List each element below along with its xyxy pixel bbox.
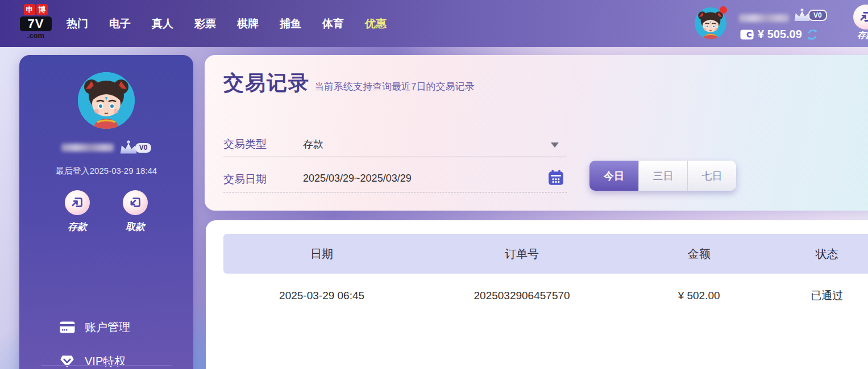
- column-header-order: 订单号: [420, 246, 624, 262]
- nav-item-chess[interactable]: 棋牌: [237, 16, 259, 31]
- transaction-table-card: 日期 订单号 金额 状态 2025-03-29 06:45 2025032906…: [206, 220, 868, 369]
- range-7days-button[interactable]: 七日: [687, 161, 736, 191]
- deposit-button[interactable]: 存款: [59, 190, 96, 233]
- sidebar-item-vip[interactable]: VIP特权: [60, 350, 130, 369]
- logo-badge-left: 申: [24, 4, 35, 15]
- nav-item-live[interactable]: 真人: [152, 16, 173, 31]
- deposit-arrow-icon: [70, 195, 85, 210]
- bank-card-icon: [60, 320, 76, 334]
- deposit-arrow-icon: [858, 10, 868, 24]
- vip-level[interactable]: V0: [792, 9, 827, 22]
- transaction-filter-card: 交易记录 当前系统支持查询最近7日的交易记录 交易类型 存款 交易日期 2025…: [205, 55, 868, 211]
- vip-badge: V0: [135, 143, 152, 153]
- cell-order-number: 2025032906457570: [420, 290, 624, 302]
- deposit-label: 存款: [59, 220, 96, 233]
- avatar-illustration: [78, 72, 135, 129]
- main-nav: 热门 电子 真人 彩票 棋牌 捕鱼 体育 优惠: [67, 0, 387, 47]
- sidebar-avatar[interactable]: [78, 72, 135, 129]
- refresh-balance-icon[interactable]: [806, 28, 819, 41]
- table-row: 2025-03-29 06:45 2025032906457570 ¥ 502.…: [223, 274, 868, 318]
- logo-main: 7V: [20, 16, 52, 31]
- username-blurred: [61, 144, 114, 152]
- range-3days-button[interactable]: 三日: [638, 161, 687, 191]
- cell-amount: ¥ 502.00: [624, 290, 774, 302]
- table-header-row: 日期 订单号 金额 状态: [223, 234, 868, 274]
- page: 申 博 7V .com 热门 电子 真人 彩票 棋牌 捕鱼 体育 优惠: [0, 0, 868, 369]
- vip-badge: V0: [808, 10, 827, 21]
- quick-deposit-label: 存款: [846, 30, 868, 41]
- filter-type-select[interactable]: 存款: [303, 137, 323, 151]
- withdraw-label: 取款: [117, 220, 154, 233]
- page-subtitle: 当前系统支持查询最近7日的交易记录: [314, 80, 474, 93]
- nav-item-slots[interactable]: 电子: [109, 16, 131, 31]
- column-header-date: 日期: [223, 246, 420, 262]
- brand-logo[interactable]: 申 博 7V .com: [20, 4, 52, 40]
- sidebar-item-label: 账户管理: [85, 320, 130, 335]
- page-title: 交易记录: [223, 69, 310, 97]
- nav-item-lottery[interactable]: 彩票: [194, 16, 216, 31]
- calendar-icon[interactable]: [547, 169, 564, 188]
- nav-item-fishing[interactable]: 捕鱼: [280, 16, 301, 31]
- nav-item-hot[interactable]: 热门: [67, 16, 88, 31]
- balance-amount: ¥ 505.09: [758, 28, 802, 41]
- logo-badge-right: 博: [36, 4, 48, 15]
- filter-type-row: 交易类型 存款: [223, 132, 567, 157]
- sidebar: V0 最后登入2025-03-29 18:44 存款: [19, 55, 193, 369]
- username-blurred: [739, 14, 789, 22]
- sidebar-quick-actions: 存款 取款: [19, 190, 193, 233]
- top-nav-bar: 申 博 7V .com 热门 电子 真人 彩票 棋牌 捕鱼 体育 优惠: [0, 0, 868, 47]
- notification-dot: [720, 6, 727, 14]
- withdraw-button[interactable]: 取款: [117, 190, 154, 233]
- last-login-text: 最后登入2025-03-29 18:44: [19, 166, 193, 177]
- cell-date: 2025-03-29 06:45: [223, 290, 420, 302]
- filter-type-label: 交易类型: [223, 137, 267, 152]
- sidebar-divider: [41, 365, 172, 366]
- sidebar-item-account[interactable]: 账户管理: [60, 316, 130, 338]
- filter-date-input[interactable]: 2025/03/29~2025/03/29: [303, 173, 412, 184]
- date-range-group: 今日 三日 七日: [589, 161, 736, 191]
- quick-deposit-button[interactable]: 存款: [846, 5, 868, 41]
- chevron-down-icon[interactable]: [551, 142, 559, 148]
- sidebar-user-row: V0: [19, 140, 193, 155]
- filter-date-row: 交易日期 2025/03/29~2025/03/29: [223, 167, 567, 192]
- nav-item-promo[interactable]: 优惠: [365, 16, 387, 31]
- nav-item-sports[interactable]: 体育: [322, 16, 344, 31]
- withdraw-arrow-icon: [128, 195, 143, 210]
- wallet-icon: [740, 30, 754, 40]
- range-today-button[interactable]: 今日: [589, 161, 638, 191]
- sidebar-item-label: VIP特权: [85, 354, 126, 369]
- logo-domain: .com: [20, 31, 52, 40]
- column-header-status: 状态: [774, 246, 868, 262]
- cell-status: 已通过: [774, 288, 868, 303]
- sidebar-menu: 账户管理 VIP特权 红利: [60, 316, 130, 369]
- filter-date-label: 交易日期: [223, 172, 267, 187]
- column-header-amount: 金额: [624, 246, 774, 262]
